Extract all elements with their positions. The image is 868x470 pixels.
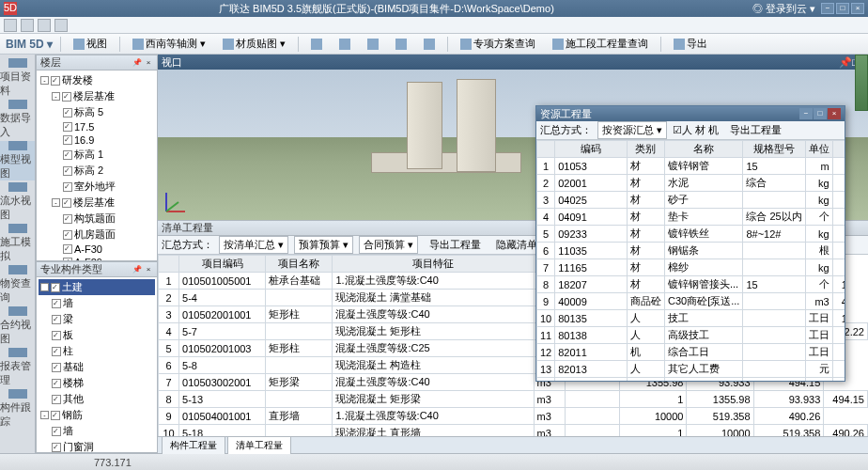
table-row[interactable]: 818207材镀锌钢管接头...15个1383.8410.52719.6: [537, 276, 845, 293]
tree-row[interactable]: 机房题面: [39, 227, 155, 243]
tree-row[interactable]: 门窗洞: [39, 439, 155, 452]
table-row[interactable]: 202001材水泥综合kg113.2770.3741.91: [537, 175, 845, 192]
col-header[interactable]: [537, 141, 555, 158]
table-row[interactable]: 85-13现浇混凝土 矩形梁m311355.9893.933494.15: [159, 391, 868, 408]
table-row[interactable]: 101053材镀锌钢管15m862.2593.993440.41: [537, 158, 845, 175]
bottom-tab[interactable]: 构件工程量: [162, 436, 225, 454]
tree-row[interactable]: 16.9: [39, 133, 155, 147]
col-header[interactable]: 项目编码: [179, 256, 266, 273]
fw-max-icon[interactable]: □: [814, 108, 827, 119]
table-row[interactable]: 940009商品砼C30商砼[泵送...m34831.7134101981002…: [537, 293, 845, 310]
menu-icon-1[interactable]: [4, 19, 17, 32]
panel-pin-icon[interactable]: 📌: [132, 58, 142, 68]
res-dd[interactable]: 按资源汇总 ▾: [597, 121, 667, 139]
tree-row[interactable]: 楼梯: [39, 375, 155, 391]
tree-row[interactable]: A-F30: [39, 243, 155, 256]
checkbox[interactable]: [62, 198, 71, 208]
checkbox[interactable]: [63, 230, 72, 240]
tree-row[interactable]: -研发楼: [39, 72, 155, 88]
floors-tree[interactable]: -研发楼-楼层基准标高 517.516.9标高 1标高 2室外地坪-楼层基准构筑…: [37, 70, 157, 260]
cloud-login[interactable]: ◎ 登录到云 ▾: [752, 2, 815, 16]
col-header[interactable]: 编码: [555, 141, 628, 158]
view-button[interactable]: 视图: [69, 34, 112, 54]
fw-close-icon[interactable]: ×: [828, 108, 841, 119]
tree-row[interactable]: 墙: [39, 423, 155, 439]
table-row[interactable]: 1180138人高级技工工日14.5644806990.72: [537, 327, 845, 344]
tree-row[interactable]: 梁: [39, 311, 155, 327]
table-row[interactable]: 1080135人技工工日1045.29458.5961243.77: [537, 310, 845, 327]
tree-row[interactable]: 板: [39, 327, 155, 343]
checkbox[interactable]: [52, 299, 61, 308]
res-filter[interactable]: ☑人 材 机: [673, 123, 719, 137]
axis-dropdown[interactable]: 西南等轴测 ▾: [128, 34, 210, 54]
table-row[interactable]: 105-18现浇混凝土 直形墙m3110000519.358490.26: [159, 425, 868, 437]
qty-dd3[interactable]: 合同预算 ▾: [359, 236, 418, 254]
col-header[interactable]: 规格型号: [743, 141, 805, 158]
col-header[interactable]: 项目名称: [266, 256, 333, 273]
checkbox[interactable]: [63, 166, 72, 176]
tree-row[interactable]: 室外地坪: [39, 179, 155, 195]
col-header[interactable]: 类别: [627, 141, 664, 158]
table-row[interactable]: 611035材钢锯条根11.8357.386.39: [537, 243, 845, 259]
export-button[interactable]: 导出: [669, 34, 712, 54]
tool-2[interactable]: [334, 36, 355, 53]
tree-row[interactable]: 柱: [39, 343, 155, 359]
table-row[interactable]: 404091材垫卡综合 25以内个262.0590.45117.93: [537, 209, 845, 226]
texture-dropdown[interactable]: 材质贴图 ▾: [218, 34, 290, 54]
tree-row[interactable]: -钢筋: [39, 407, 155, 423]
table-row[interactable]: 509233材镀锌铁丝8#~12#kg11.8353.8545.56: [537, 226, 845, 243]
tool-4[interactable]: [391, 36, 411, 53]
plan-qty-button[interactable]: 施工段工程量查询: [548, 34, 653, 54]
menu-icon-2[interactable]: [21, 19, 34, 32]
panel-pin-icon[interactable]: 📌: [839, 56, 852, 68]
tree-row[interactable]: -楼层基准: [39, 195, 155, 211]
col-header[interactable]: 工程量: [832, 141, 845, 158]
expand-icon[interactable]: -: [40, 411, 49, 419]
checkbox[interactable]: [51, 76, 60, 86]
qty-dd1[interactable]: 按清单汇总 ▾: [219, 236, 288, 254]
nav-item[interactable]: 物资查询: [0, 265, 35, 305]
tree-row[interactable]: 基础: [39, 359, 155, 375]
checkbox[interactable]: [63, 244, 72, 254]
panel-close-icon[interactable]: ×: [144, 265, 153, 274]
bottom-tab[interactable]: 清单工程量: [227, 436, 291, 454]
resource-grid[interactable]: 编码类别名称规格型号单位工程量单价合价(元)101053材镀锌钢管15m862.…: [536, 140, 845, 381]
checkbox[interactable]: [52, 331, 61, 340]
table-row[interactable]: 1382013人其它人工费元67.628167.63: [537, 361, 845, 378]
checkbox[interactable]: [52, 379, 61, 388]
tree-row[interactable]: 标高 2: [39, 163, 155, 179]
checkbox[interactable]: [63, 122, 72, 132]
tree-row[interactable]: 标高 5: [39, 104, 155, 120]
expand-icon[interactable]: -: [40, 283, 49, 291]
qty-export-button[interactable]: 导出工程量: [424, 237, 485, 253]
table-row[interactable]: 1484004材其他材料费元31746.666131746.65: [537, 378, 845, 382]
tree-row[interactable]: 墙: [39, 295, 155, 311]
qty-dd2[interactable]: 预算预算 ▾: [294, 236, 353, 254]
plan-query-button[interactable]: 专项方案查询: [456, 34, 540, 54]
table-row[interactable]: 1282011机综合工日工日147.09132.534784.88: [537, 344, 845, 361]
close-button[interactable]: ×: [851, 3, 864, 14]
nav-item[interactable]: 流水视图: [0, 182, 35, 222]
col-header[interactable]: 项目特征: [333, 256, 534, 273]
table-row[interactable]: 304025材砂子kg683.0440.0427.32: [537, 192, 845, 209]
checkbox[interactable]: [51, 411, 60, 420]
tree-row[interactable]: A-F29: [39, 256, 155, 260]
checkbox[interactable]: [52, 363, 61, 372]
checkbox[interactable]: [52, 347, 61, 356]
menu-icon-4[interactable]: [54, 19, 68, 32]
menu-icon-3[interactable]: [38, 19, 51, 32]
tree-row[interactable]: 构筑题面: [39, 211, 155, 227]
checkbox[interactable]: [52, 315, 61, 324]
res-export-button[interactable]: 导出工程量: [724, 122, 785, 138]
col-header[interactable]: 名称: [664, 141, 742, 158]
minimize-button[interactable]: −: [821, 3, 834, 14]
nav-item[interactable]: 项目资料: [0, 58, 35, 98]
nav-item[interactable]: 数据导入: [0, 100, 35, 139]
tool-3[interactable]: [363, 36, 383, 53]
right-side-tab[interactable]: [855, 55, 868, 111]
checkbox[interactable]: [63, 214, 72, 224]
checkbox[interactable]: [63, 150, 72, 160]
checkbox[interactable]: [63, 135, 72, 145]
tree-row[interactable]: -土建: [39, 279, 155, 295]
fw-min-icon[interactable]: −: [799, 108, 813, 119]
